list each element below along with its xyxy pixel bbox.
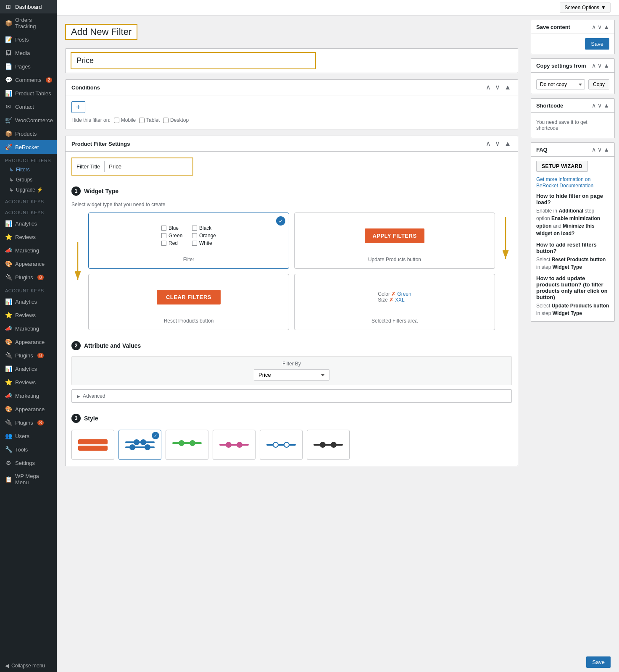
sidebar-item-media[interactable]: 🖼 Media	[0, 46, 57, 60]
faq-collapse[interactable]: ▲	[603, 146, 609, 153]
style-card-2[interactable]: ✓	[119, 430, 161, 460]
product-filter-settings-body: Filter Title 1 Widget Type Select widget…	[66, 152, 518, 466]
sidebar-item-users[interactable]: 👥 Users	[0, 429, 57, 443]
save-content-title: Save content	[536, 24, 570, 30]
copy-button[interactable]: Copy	[588, 79, 609, 89]
sidebar-sub-label-upgrade: Upgrade ⚡	[16, 187, 43, 193]
pfs-down-button[interactable]: ∨	[494, 140, 501, 147]
save-content-button[interactable]: Save	[585, 38, 609, 50]
sidebar-item-appearance-1[interactable]: 🎨 Appearance	[0, 257, 57, 270]
sidebar-item-reviews-3[interactable]: ⭐ Reviews	[0, 375, 57, 389]
sidebar-item-posts[interactable]: 📝 Posts	[0, 33, 57, 46]
sidebar-sub-upgrade[interactable]: ↳ Upgrade ⚡	[0, 185, 57, 195]
style-card-4[interactable]	[213, 430, 256, 460]
mobile-checkbox-label[interactable]: Mobile	[114, 117, 136, 123]
sidebar-item-marketing-3[interactable]: 📣 Marketing	[0, 389, 57, 402]
filter-name-panel	[65, 48, 518, 73]
conditions-down-button[interactable]: ∨	[494, 84, 501, 91]
filter-by-select[interactable]: Price	[254, 369, 329, 381]
style-card-1[interactable]	[71, 430, 114, 460]
shortcode-down[interactable]: ∨	[598, 102, 602, 109]
clear-card-preview: CLEAR FILTERS	[95, 280, 283, 314]
filter-name-input[interactable]	[71, 53, 315, 68]
sidebar-item-tools[interactable]: 🔧 Tools	[0, 443, 57, 456]
sidebar-label-pages: Pages	[15, 63, 31, 70]
widget-card-clear[interactable]: CLEAR FILTERS Reset Products button	[88, 274, 289, 330]
desktop-checkbox-label[interactable]: Desktop	[163, 117, 189, 123]
advanced-toggle[interactable]: Advanced	[71, 389, 512, 403]
faq-up[interactable]: ∧	[592, 146, 596, 153]
sidebar-item-pages[interactable]: 📄 Pages	[0, 60, 57, 73]
style-card-5[interactable]	[260, 430, 303, 460]
mobile-checkbox[interactable]	[114, 118, 119, 123]
desktop-checkbox[interactable]	[163, 118, 169, 123]
sidebar-item-orders[interactable]: 📦 Orders Tracking	[0, 13, 57, 33]
sidebar-item-plugins-3[interactable]: 🔌 Plugins 8	[0, 416, 57, 429]
sidebar-label-products: Products	[15, 131, 37, 137]
shortcode-collapse[interactable]: ▲	[603, 102, 609, 109]
copy-settings-down[interactable]: ∨	[598, 62, 602, 69]
style-card-6[interactable]	[307, 430, 350, 460]
faq-down[interactable]: ∨	[598, 146, 602, 153]
screen-options-button[interactable]: Screen Options ▼	[560, 3, 611, 13]
filter-by-row: Filter By Price	[76, 361, 507, 381]
conditions-up-button[interactable]: ∧	[485, 84, 492, 91]
sidebar-item-marketing-1[interactable]: 📣 Marketing	[0, 244, 57, 257]
widget-card-apply[interactable]: APPLY FILTERS Update Products button	[294, 213, 495, 269]
tablet-checkbox-label[interactable]: Tablet	[139, 117, 160, 123]
setup-wizard-button[interactable]: SETUP WIZARD	[536, 161, 588, 172]
style-card-3[interactable]	[166, 430, 208, 460]
sidebar-item-appearance-3[interactable]: 🎨 Appearance	[0, 402, 57, 416]
widget-card-filter[interactable]: ✓ Blue Blac	[88, 213, 289, 269]
add-condition-button[interactable]: +	[71, 101, 85, 113]
bottom-save-button[interactable]: Save	[586, 656, 611, 668]
products-icon: 📦	[5, 130, 12, 137]
sf-green-remove: ✗	[391, 291, 395, 297]
sidebar-item-analytics-3[interactable]: 📊 Analytics	[0, 362, 57, 375]
sidebar-item-woocommerce[interactable]: 🛒 WooCommerce	[0, 113, 57, 127]
filters-arrow-icon: ↳	[9, 167, 13, 173]
shortcode-body: You need save it to get shortcode	[531, 113, 614, 138]
settings-icon: ⚙	[5, 459, 12, 466]
faq-answer-2: Select Reset Products button in step Wid…	[536, 256, 609, 271]
sidebar-item-products[interactable]: 📦 Products	[0, 127, 57, 140]
collapse-menu-button[interactable]: ◀ Collapse menu	[0, 659, 57, 672]
sidebar-item-product-tables[interactable]: 📊 Product Tables	[0, 87, 57, 100]
tablet-checkbox[interactable]	[139, 118, 145, 123]
faq-documentation-link[interactable]: Get more information on BeRocket Documen…	[536, 176, 593, 189]
sidebar-item-analytics-1[interactable]: 📊 Analytics	[0, 217, 57, 230]
attribute-number: 2	[71, 341, 81, 350]
style-cards: ✓	[71, 430, 512, 460]
conditions-collapse-button[interactable]: ▲	[503, 84, 512, 91]
filter-title-input[interactable]	[104, 161, 188, 172]
do-not-copy-select[interactable]: Do not copy	[536, 79, 585, 89]
copy-settings-up[interactable]: ∧	[592, 62, 596, 69]
copy-settings-collapse[interactable]: ▲	[603, 62, 609, 69]
sidebar-item-analytics-2[interactable]: 📊 Analytics	[0, 295, 57, 308]
style-number: 3	[71, 414, 81, 423]
sidebar-item-appearance-2[interactable]: 🎨 Appearance	[0, 335, 57, 349]
save-content-up[interactable]: ∧	[592, 24, 596, 30]
sidebar-item-marketing-2[interactable]: 📣 Marketing	[0, 322, 57, 335]
widget-card-selected-filters[interactable]: Color ✗Green Size ✗XXL	[294, 274, 495, 330]
sidebar-item-contact[interactable]: ✉ Contact	[0, 100, 57, 113]
sidebar-item-reviews-1[interactable]: ⭐ Reviews	[0, 230, 57, 244]
save-content-down[interactable]: ∨	[598, 24, 602, 30]
sidebar-item-comments[interactable]: 💬 Comments 2	[0, 73, 57, 87]
pfs-up-button[interactable]: ∧	[485, 140, 492, 147]
sidebar-sub-groups[interactable]: ↳ Groups	[0, 175, 57, 185]
conditions-controls: ∧ ∨ ▲	[485, 84, 512, 91]
sidebar-item-berocket[interactable]: 🚀 BeRocket	[0, 140, 57, 154]
sidebar-item-settings[interactable]: ⚙ Settings	[0, 456, 57, 470]
pfs-collapse-button[interactable]: ▲	[503, 140, 512, 147]
sidebar-item-plugins-1[interactable]: 🔌 Plugins 8	[0, 270, 57, 284]
sidebar-item-reviews-2[interactable]: ⭐ Reviews	[0, 308, 57, 322]
conditions-title: Conditions	[71, 84, 100, 91]
analytics-icon-2: 📊	[5, 298, 12, 305]
save-content-collapse[interactable]: ▲	[603, 24, 609, 30]
shortcode-up[interactable]: ∧	[592, 102, 596, 109]
sidebar-item-wpmega[interactable]: 📋 WP Mega Menu	[0, 470, 57, 489]
sidebar-sub-filters[interactable]: ↳ Filters	[0, 165, 57, 175]
sidebar-item-plugins-2[interactable]: 🔌 Plugins 8	[0, 349, 57, 362]
sidebar-item-dashboard[interactable]: ⊞ Dashboard	[0, 0, 57, 13]
